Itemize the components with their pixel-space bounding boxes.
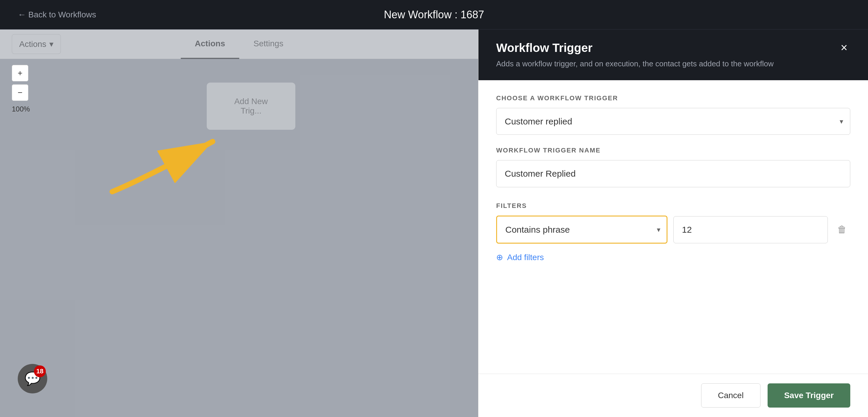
zoom-level: 100%	[12, 105, 30, 113]
trigger-type-select[interactable]: Customer replied	[496, 108, 850, 135]
panel-body: CHOOSE A WORKFLOW TRIGGER Customer repli…	[478, 80, 868, 374]
panel-close-button[interactable]: ×	[837, 40, 851, 55]
trigger-select-wrapper: Customer replied ▾	[496, 108, 850, 135]
zoom-in-button[interactable]: +	[12, 65, 28, 81]
filter-type-select[interactable]: Contains phrase	[496, 216, 668, 244]
trigger-name-input[interactable]	[496, 160, 850, 187]
save-trigger-button[interactable]: Save Trigger	[768, 383, 850, 408]
chat-badge: 18	[34, 366, 46, 377]
back-to-workflows-link[interactable]: ← Back to Workflows	[18, 10, 96, 20]
add-filter-plus-icon: ⊕	[496, 252, 503, 262]
panel-title: Workflow Trigger	[496, 41, 850, 55]
filters-section: FILTERS Contains phrase ▾ 🗑 ⊕ Add filter…	[496, 202, 850, 265]
filter-row: Contains phrase ▾ 🗑	[496, 216, 850, 244]
main-content: Actions ▾ Actions Settings + − 100% Add …	[0, 30, 868, 417]
top-nav: ← Back to Workflows New Workflow : 1687	[0, 0, 868, 30]
canvas-overlay	[0, 30, 478, 417]
delete-filter-button[interactable]: 🗑	[834, 221, 850, 238]
chat-widget[interactable]: 💬 18	[18, 364, 47, 393]
cancel-button[interactable]: Cancel	[701, 383, 761, 408]
zoom-out-button[interactable]: −	[12, 84, 28, 101]
panel-header: Workflow Trigger Adds a workflow trigger…	[478, 30, 868, 80]
page-title: New Workflow : 1687	[384, 8, 484, 21]
canvas-area: Actions ▾ Actions Settings + − 100% Add …	[0, 30, 478, 417]
canvas-tools: + − 100%	[12, 65, 30, 113]
workflow-trigger-panel: Workflow Trigger Adds a workflow trigger…	[478, 30, 868, 417]
filter-value-input[interactable]	[673, 216, 828, 243]
filters-section-label: FILTERS	[496, 202, 850, 210]
filter-select-wrapper: Contains phrase ▾	[496, 216, 668, 244]
add-filter-label: Add filters	[507, 253, 544, 262]
panel-subtitle: Adds a workflow trigger, and on executio…	[496, 59, 850, 68]
panel-footer: Cancel Save Trigger	[478, 374, 868, 417]
trigger-name-section-label: WORKFLOW TRIGGER NAME	[496, 146, 850, 154]
trigger-section-label: CHOOSE A WORKFLOW TRIGGER	[496, 94, 850, 102]
add-filter-button[interactable]: ⊕ Add filters	[496, 249, 544, 265]
